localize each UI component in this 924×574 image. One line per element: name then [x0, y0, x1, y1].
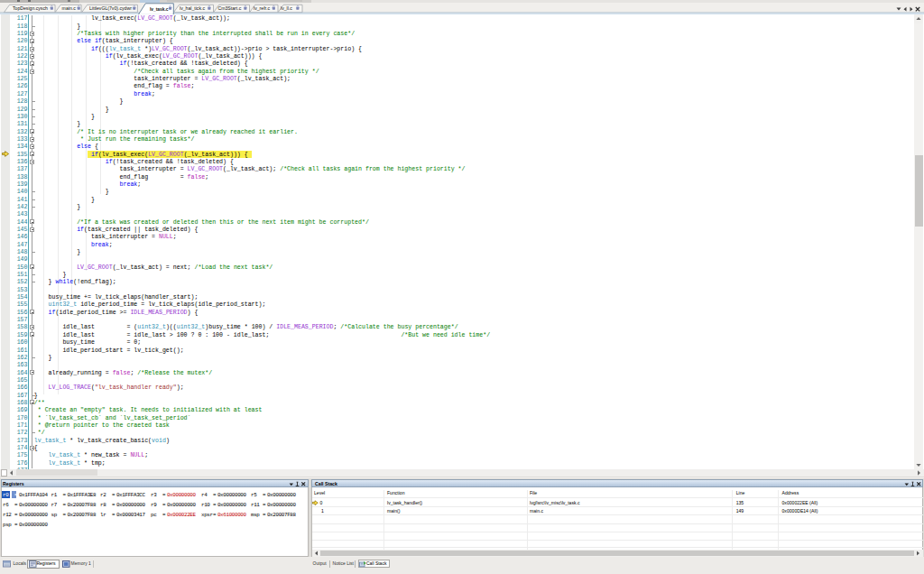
svg-text:lv_refr.c: lv_refr.c	[254, 5, 270, 11]
svg-text:LittlevGL(7v0).cydwr: LittlevGL(7v0).cydwr	[89, 5, 132, 11]
svg-text:main.c: main.c	[62, 5, 77, 11]
svg-text:lv_ll.c: lv_ll.c	[281, 5, 292, 11]
svg-text:lv_hal_tick.c: lv_hal_tick.c	[180, 5, 205, 11]
svg-text:TopDesign.cysch: TopDesign.cysch	[13, 5, 48, 11]
svg-text:Cm3Start.c: Cm3Start.c	[218, 5, 242, 11]
svg-text:lv_task.c: lv_task.c	[150, 7, 169, 12]
